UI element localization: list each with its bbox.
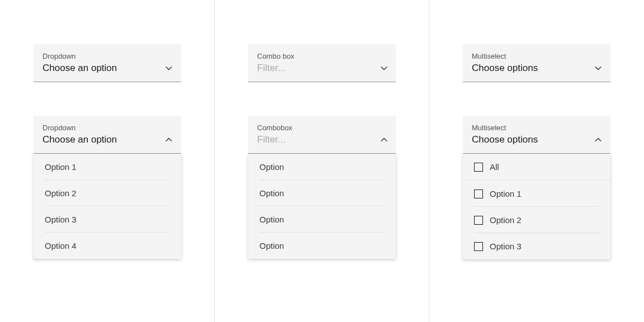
- combobox-option[interactable]: Option: [248, 233, 396, 259]
- dropdown-option[interactable]: Option 1: [34, 154, 181, 180]
- dropdown-option[interactable]: Option 2: [34, 180, 181, 206]
- dropdown-menu: Option 1 Option 2 Option 3 Option 4: [34, 154, 181, 259]
- multiselect-option[interactable]: Option 3: [463, 233, 610, 259]
- dropdown-closed-label: Dropdown: [34, 44, 181, 60]
- multiselect-open-value: Choose options: [472, 134, 538, 145]
- multiselect-option[interactable]: Option 2: [463, 207, 610, 233]
- dropdown-open-label: Dropdown: [34, 116, 181, 132]
- combobox-option[interactable]: Option: [248, 206, 396, 233]
- checkbox-icon[interactable]: [474, 216, 483, 225]
- multiselect-option[interactable]: Option 1: [463, 181, 610, 207]
- checkbox-icon[interactable]: [474, 242, 483, 251]
- combobox-closed[interactable]: Combo box: [248, 44, 396, 82]
- dropdown-option[interactable]: Option 3: [34, 206, 181, 233]
- combobox-closed-input[interactable]: [257, 63, 380, 74]
- combobox-open-label: Combobox: [248, 116, 396, 132]
- combobox-option[interactable]: Option: [248, 180, 396, 206]
- dropdown-option[interactable]: Option 4: [34, 233, 181, 259]
- dropdown-closed[interactable]: Dropdown Choose an option: [34, 44, 181, 82]
- chevron-down-icon: [164, 64, 173, 73]
- chevron-down-icon: [594, 64, 603, 73]
- dropdown-closed-value: Choose an option: [42, 63, 117, 74]
- multiselect-menu: All Option 1 Option 2 Option 3: [463, 154, 610, 259]
- dropdown-open-value: Choose an option: [42, 134, 117, 145]
- combobox-option[interactable]: Option: [248, 154, 396, 180]
- multiselect-open-label: Multiselect: [463, 116, 610, 132]
- chevron-up-icon: [164, 135, 173, 144]
- combobox-open-input[interactable]: [257, 134, 380, 145]
- combobox-open[interactable]: Combobox: [248, 116, 396, 154]
- combobox-closed-label: Combo box: [248, 44, 396, 60]
- checkbox-icon[interactable]: [474, 163, 483, 172]
- dropdown-open[interactable]: Dropdown Choose an option: [34, 116, 181, 154]
- multiselect-closed-value: Choose options: [472, 63, 538, 74]
- combobox-menu: Option Option Option Option: [248, 154, 396, 259]
- checkbox-icon[interactable]: [474, 190, 483, 198]
- multiselect-closed[interactable]: Multiselect Choose options: [463, 44, 610, 82]
- multiselect-open[interactable]: Multiselect Choose options: [463, 116, 610, 154]
- multiselect-closed-label: Multiselect: [463, 44, 610, 60]
- chevron-up-icon: [380, 135, 388, 144]
- chevron-down-icon: [380, 64, 388, 73]
- chevron-up-icon: [594, 135, 603, 144]
- multiselect-option-all[interactable]: All: [463, 154, 610, 181]
